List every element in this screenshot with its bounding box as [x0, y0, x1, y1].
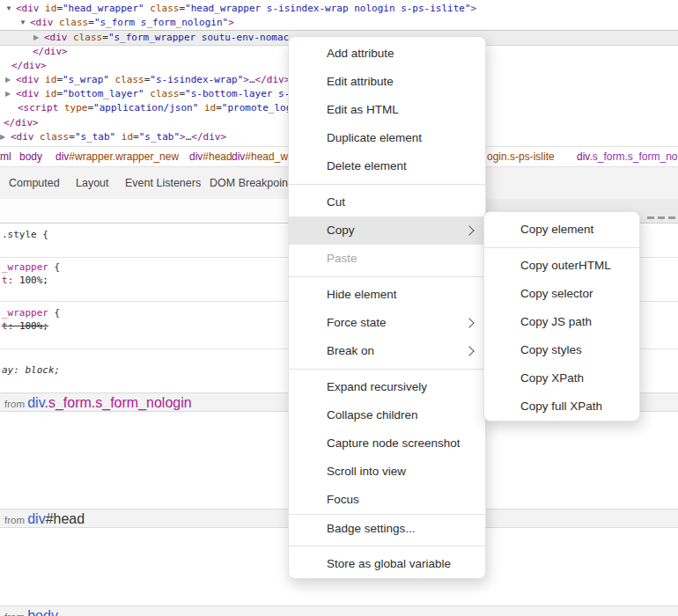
breadcrumb-item-wrapper[interactable]: div#wrapper.wrapper_new	[55, 147, 179, 166]
code-token: =	[56, 3, 63, 14]
code-token: :	[8, 320, 19, 332]
menu-separator	[289, 276, 485, 277]
menu-item-break-on[interactable]: Break on	[289, 337, 485, 365]
tab-computed[interactable]: Computed	[9, 174, 60, 192]
tab-dom-breakpoints[interactable]: DOM Breakpoints	[210, 174, 297, 192]
code-token: class	[144, 88, 180, 99]
menu-item-label: Force state	[327, 316, 387, 329]
dom-line[interactable]: <div id="head_wrapper" class="head_wrapp…	[16, 2, 476, 16]
breadcrumb-item-head-wrapper[interactable]: div#head_wrapper.head_wrapper.s-isindex-…	[232, 147, 288, 166]
code-token: =	[56, 74, 63, 85]
code-token: >	[471, 3, 477, 14]
menu-item-badge-settings[interactable]: Badge settings...	[289, 515, 485, 543]
breadcrumb-item-head-wrapper-tail[interactable]: ogin.s-ps-islite	[487, 147, 555, 166]
submenu-item-copy-js-path[interactable]: Copy JS path	[484, 308, 639, 336]
submenu-chevron-icon	[464, 225, 474, 235]
submenu-item-copy-xpath[interactable]: Copy XPath	[484, 364, 639, 392]
menu-item-delete-element[interactable]: Delete element	[289, 152, 485, 180]
menu-item-label: Collapse children	[327, 408, 418, 422]
code-token: type	[58, 102, 87, 114]
collapse-arrow-icon[interactable]: ▶	[5, 87, 11, 101]
collapse-arrow-icon[interactable]: ▶	[5, 73, 11, 87]
code-token: "application/json"	[93, 102, 198, 114]
code-token: from	[4, 612, 27, 616]
menu-item-paste[interactable]: Paste	[289, 245, 485, 273]
collapse-arrow-icon[interactable]: ▶	[0, 130, 5, 144]
style-rule-property[interactable]: ay: block;	[2, 363, 60, 378]
menu-item-duplicate-element[interactable]: Duplicate element	[289, 124, 485, 152]
breadcrumb-item-s-form[interactable]: div.s_form.s_form_nologin	[577, 147, 678, 166]
menu-item-edit-attribute[interactable]: Edit attribute	[289, 68, 485, 96]
menu-item-cut[interactable]: Cut	[289, 188, 485, 216]
menu-separator	[289, 184, 485, 185]
submenu-item-copy-full-xpath[interactable]: Copy full XPath	[484, 392, 639, 421]
menu-item-store-as-global-variable[interactable]: Store as global variable	[289, 550, 485, 578]
collapse-arrow-icon[interactable]: ▶	[33, 31, 39, 45]
menu-item-label: Edit attribute	[327, 75, 394, 88]
menu-item-focus[interactable]: Focus	[289, 486, 485, 514]
menu-item-edit-as-html[interactable]: Edit as HTML	[289, 96, 485, 124]
dom-line-selected[interactable]: <div class="s_form_wrapper soutu-env-nom…	[44, 31, 289, 45]
breadcrumb-item-body[interactable]: body	[19, 147, 42, 166]
code-token: </div>	[4, 117, 39, 128]
menu-item-expand-recursively[interactable]: Expand recursively	[289, 373, 485, 401]
menu-item-label: Hide element	[327, 288, 397, 301]
inherited-from-body[interactable]: from body	[0, 605, 678, 616]
menu-item-copy[interactable]: Copy	[289, 216, 485, 245]
expand-arrow-icon[interactable]: ▼	[19, 16, 26, 30]
menu-item-label: Cut	[327, 195, 345, 209]
style-rule-selector[interactable]: _wrapper {	[2, 306, 60, 320]
crumb-tag: div	[55, 150, 69, 163]
menu-item-label: Copy JS path	[520, 315, 592, 328]
code-token: div	[27, 395, 44, 410]
code-token: 100%;	[19, 320, 48, 332]
code-token: >	[228, 17, 234, 28]
code-token: class	[68, 32, 103, 43]
breadcrumb-item-html[interactable]: html	[0, 147, 11, 166]
menu-item-label: Paste	[327, 252, 357, 265]
code-token: class	[144, 3, 180, 14]
code-token: </div>	[11, 60, 47, 71]
menu-item-label: Copy element	[520, 223, 593, 236]
dom-line[interactable]: <script type="application/json" id="prom…	[18, 101, 291, 115]
menu-item-force-state[interactable]: Force state	[289, 309, 485, 337]
menu-item-hide-element[interactable]: Hide element	[289, 281, 485, 309]
code-token: <div	[16, 3, 40, 14]
menu-item-add-attribute[interactable]: Add attribute	[289, 40, 485, 68]
tab-event-listeners[interactable]: Event Listeners	[125, 174, 201, 192]
expand-arrow-icon[interactable]: ▼	[5, 2, 12, 16]
code-token: id	[40, 74, 57, 85]
submenu-item-copy-selector[interactable]: Copy selector	[484, 280, 639, 308]
code-token: >	[180, 131, 186, 143]
style-rule-property-overridden[interactable]: t: 100%;	[2, 319, 48, 334]
dom-line[interactable]: </div>	[4, 116, 39, 130]
dom-line[interactable]: <div id="s_wrap" class="s-isindex-wrap">…	[16, 73, 290, 87]
submenu-item-copy-outerhtml[interactable]: Copy outerHTML	[484, 252, 639, 280]
submenu-item-copy-element[interactable]: Copy element	[484, 216, 639, 244]
menu-item-label: Break on	[327, 344, 374, 357]
style-rule-selector[interactable]: _wrapper {	[2, 260, 60, 275]
menu-item-collapse-children[interactable]: Collapse children	[289, 401, 485, 429]
menu-item-scroll-into-view[interactable]: Scroll into view	[289, 458, 485, 486]
code-token: _wrapper	[2, 307, 48, 319]
dom-line[interactable]: </div>	[33, 45, 68, 59]
code-token: ay: block;	[2, 364, 60, 376]
style-rule-selector[interactable]: .style {	[2, 228, 48, 242]
dom-line[interactable]: <div class="s_tab" id="s_tab">…</div>	[11, 130, 226, 144]
code-token: =	[56, 88, 63, 99]
menu-separator	[289, 546, 485, 546]
tab-layout[interactable]: Layout	[76, 174, 109, 192]
breadcrumb-item-head[interactable]: div#head	[189, 147, 232, 166]
code-token: body	[27, 608, 58, 616]
crumb-suffix: #head	[203, 150, 232, 163]
submenu-item-copy-styles[interactable]: Copy styles	[484, 336, 639, 364]
style-rule-property[interactable]: t: 100%;	[2, 274, 48, 288]
code-token: "s_wrap"	[63, 74, 109, 85]
dom-line[interactable]: </div>	[11, 59, 47, 73]
code-token: {	[48, 307, 60, 319]
dom-line[interactable]: <div class="s_form s_form_nologin">	[30, 16, 234, 30]
element-context-menu: Add attribute Edit attribute Edit as HTM…	[288, 36, 486, 579]
menu-item-capture-node-screenshot[interactable]: Capture node screenshot	[289, 429, 485, 458]
dom-line[interactable]: <div id="bottom_layer" class="s-bottom-l…	[16, 87, 290, 101]
crumb-tag: div	[232, 150, 245, 163]
